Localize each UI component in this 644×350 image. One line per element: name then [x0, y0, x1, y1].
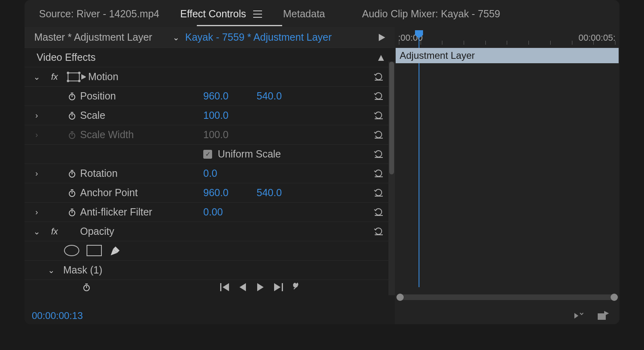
- reset-button[interactable]: [370, 71, 388, 83]
- fx-badge-icon[interactable]: fx: [49, 226, 64, 237]
- svg-marker-0: [379, 34, 385, 41]
- playhead[interactable]: [415, 30, 423, 38]
- tab-audio-clip-mixer[interactable]: Audio Clip Mixer: Kayak - 7559: [362, 8, 500, 20]
- mask-tools-row: [25, 241, 395, 261]
- svg-marker-41: [239, 283, 246, 291]
- effect-controls-panel: Source: River - 14205.mp4 Effect Control…: [25, 0, 619, 324]
- position-y-value[interactable]: 540.0: [257, 90, 282, 102]
- zoom-scrollbar[interactable]: [397, 294, 617, 300]
- panel-tabs: Source: River - 14205.mp4 Effect Control…: [25, 0, 619, 27]
- next-keyframe-icon[interactable]: [255, 282, 266, 293]
- panel-menu-icon[interactable]: [253, 10, 262, 18]
- master-clip-label[interactable]: Master * Adjustment Layer: [25, 27, 165, 48]
- reset-button[interactable]: [370, 110, 388, 121]
- svg-rect-2: [68, 73, 79, 81]
- anchor-y-value[interactable]: 540.0: [257, 187, 282, 199]
- stopwatch-icon[interactable]: [64, 169, 80, 178]
- motion-label: Motion: [88, 71, 193, 83]
- anti-flicker-label: Anti-flicker Filter: [80, 206, 201, 218]
- sequence-clip-label[interactable]: Kayak - 7559 * Adjustment Layer: [185, 31, 332, 43]
- anchor-point-row[interactable]: Anchor Point 960.0 540.0: [25, 183, 395, 203]
- tab-effect-controls[interactable]: Effect Controls: [180, 8, 262, 20]
- prev-keyframe-icon[interactable]: [237, 282, 248, 293]
- stopwatch-icon[interactable]: [64, 111, 80, 120]
- tab-effect-controls-label: Effect Controls: [180, 8, 246, 20]
- svg-text:fx: fx: [51, 72, 58, 82]
- mask-row[interactable]: ⌄ Mask (1): [25, 261, 395, 280]
- stopwatch-icon[interactable]: [64, 188, 80, 197]
- play-icon[interactable]: [379, 34, 385, 41]
- fx-badge-icon[interactable]: fx: [49, 72, 64, 82]
- effect-properties: Master * Adjustment Layer ⌄ Kayak - 7559…: [25, 27, 395, 324]
- chevron-right-icon: ›: [25, 130, 49, 139]
- video-effects-label: Video Effects: [37, 52, 95, 63]
- active-tab-underline: [197, 25, 282, 26]
- reset-button[interactable]: [370, 187, 388, 199]
- property-scrollbar[interactable]: [388, 62, 395, 295]
- stopwatch-icon[interactable]: [64, 208, 80, 217]
- scale-value[interactable]: 100.0: [203, 110, 229, 121]
- uniform-scale-row[interactable]: ✓ Uniform Scale: [25, 145, 395, 164]
- svg-marker-40: [223, 283, 229, 291]
- svg-point-4: [78, 72, 80, 74]
- reset-button[interactable]: [370, 226, 388, 237]
- chevron-right-icon[interactable]: ›: [25, 169, 49, 178]
- scale-width-value: 100.0: [203, 129, 229, 141]
- reset-button[interactable]: [370, 91, 388, 102]
- export-frame-icon[interactable]: [597, 311, 609, 321]
- tab-source[interactable]: Source: River - 14205.mp4: [39, 8, 159, 20]
- go-last-keyframe-icon[interactable]: [272, 282, 284, 293]
- timeline-clip-bar[interactable]: Adjustment Layer: [396, 48, 619, 63]
- anti-flicker-value[interactable]: 0.00: [203, 206, 223, 218]
- stopwatch-icon[interactable]: [64, 92, 80, 101]
- svg-marker-47: [604, 311, 609, 316]
- zoom-handle-left[interactable]: [396, 294, 404, 301]
- position-row[interactable]: Position 960.0 540.0: [25, 87, 395, 106]
- play-audio-icon[interactable]: [574, 311, 588, 320]
- anti-flicker-row[interactable]: › Anti-flicker Filter 0.00: [25, 203, 395, 222]
- time-ruler[interactable]: :00:00 00:00:05:: [395, 27, 619, 48]
- zoom-handle-right[interactable]: [611, 294, 618, 301]
- collapse-icon[interactable]: ▲: [376, 52, 386, 63]
- chevron-down-icon[interactable]: ⌄: [39, 265, 63, 275]
- transform-frame-icon[interactable]: [64, 72, 88, 82]
- svg-marker-45: [574, 313, 578, 319]
- chevron-right-icon[interactable]: ›: [25, 207, 49, 217]
- chevron-down-icon[interactable]: ⌄: [25, 72, 49, 82]
- svg-point-3: [67, 72, 69, 74]
- opacity-row[interactable]: ⌄ fx Opacity: [25, 222, 395, 241]
- current-timecode[interactable]: 00:00:00:13: [32, 310, 83, 321]
- video-effects-header[interactable]: Video Effects ▲: [25, 48, 395, 67]
- stopwatch-icon[interactable]: [78, 283, 95, 292]
- mask-path-row[interactable]: [25, 280, 395, 294]
- chevron-down-icon[interactable]: ⌄: [173, 33, 180, 42]
- opacity-label: Opacity: [80, 226, 185, 237]
- scale-width-row: › Scale Width 100.0: [25, 125, 395, 145]
- pen-mask-button[interactable]: [109, 245, 121, 257]
- uniform-scale-checkbox[interactable]: ✓: [203, 150, 212, 159]
- go-first-keyframe-icon[interactable]: [219, 282, 231, 293]
- rectangle-mask-button[interactable]: [87, 245, 102, 256]
- rotation-row[interactable]: › Rotation 0.0: [25, 164, 395, 183]
- ellipse-mask-button[interactable]: [64, 245, 79, 256]
- effect-timeline[interactable]: :00:00 00:00:05: Adjustment Layer: [395, 27, 619, 324]
- reset-button[interactable]: [370, 149, 388, 160]
- scale-row[interactable]: › Scale 100.0: [25, 106, 395, 125]
- anchor-point-label: Anchor Point: [80, 187, 201, 199]
- chevron-right-icon[interactable]: ›: [25, 111, 49, 120]
- reset-button[interactable]: [370, 168, 388, 179]
- anchor-x-value[interactable]: 960.0: [203, 187, 229, 199]
- reset-button[interactable]: [370, 207, 388, 218]
- svg-marker-42: [257, 283, 264, 291]
- reset-button[interactable]: [370, 129, 388, 141]
- wrench-icon[interactable]: [290, 282, 301, 293]
- stopwatch-icon-disabled: [64, 130, 80, 139]
- rotation-value[interactable]: 0.0: [203, 168, 217, 179]
- chevron-down-icon[interactable]: ⌄: [25, 227, 49, 236]
- tab-metadata[interactable]: Metadata: [283, 8, 325, 20]
- scale-width-label: Scale Width: [80, 129, 201, 141]
- position-x-value[interactable]: 960.0: [203, 90, 229, 102]
- svg-rect-39: [220, 283, 221, 291]
- motion-row[interactable]: ⌄ fx Motion: [25, 67, 395, 87]
- svg-marker-43: [274, 283, 281, 291]
